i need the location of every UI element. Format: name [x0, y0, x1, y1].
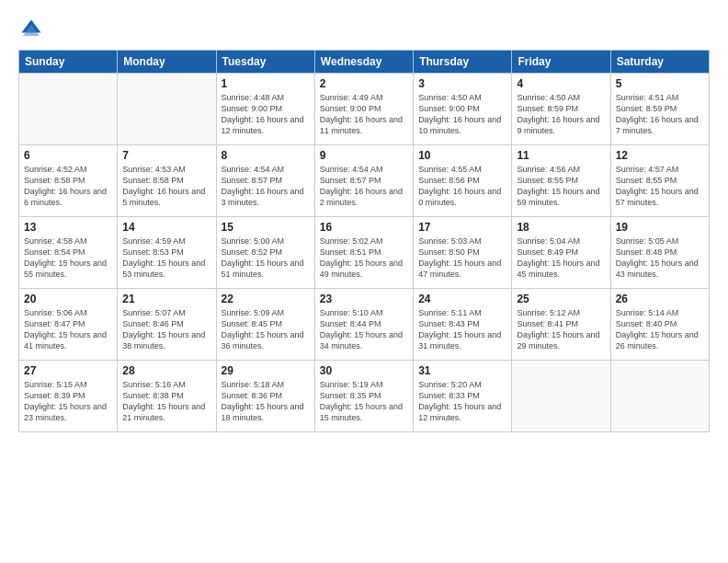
- day-number: 15: [222, 221, 310, 234]
- day-number: 14: [122, 221, 210, 234]
- calendar-week-row: 6Sunrise: 4:52 AM Sunset: 8:58 PM Daylig…: [19, 145, 710, 217]
- calendar-cell: 22Sunrise: 5:09 AM Sunset: 8:45 PM Dayli…: [216, 289, 314, 361]
- day-info: Sunrise: 4:55 AM Sunset: 8:56 PM Dayligh…: [418, 164, 506, 209]
- calendar-cell: 29Sunrise: 5:18 AM Sunset: 8:36 PM Dayli…: [216, 361, 314, 432]
- day-number: 26: [616, 293, 704, 305]
- calendar-cell: [19, 74, 118, 145]
- day-info: Sunrise: 4:52 AM Sunset: 8:58 PM Dayligh…: [24, 164, 112, 209]
- calendar-cell: 10Sunrise: 4:55 AM Sunset: 8:56 PM Dayli…: [414, 145, 512, 217]
- day-number: 30: [320, 364, 408, 377]
- calendar-cell: 16Sunrise: 5:02 AM Sunset: 8:51 PM Dayli…: [314, 217, 413, 289]
- calendar-week-row: 1Sunrise: 4:48 AM Sunset: 9:00 PM Daylig…: [19, 74, 710, 145]
- calendar-week-row: 27Sunrise: 5:15 AM Sunset: 8:39 PM Dayli…: [19, 361, 710, 432]
- weekday-header-thursday: Thursday: [414, 51, 512, 74]
- calendar-table: SundayMondayTuesdayWednesdayThursdayFrid…: [18, 50, 710, 432]
- day-info: Sunrise: 4:58 AM Sunset: 8:54 PM Dayligh…: [24, 236, 112, 281]
- page: SundayMondayTuesdayWednesdayThursdayFrid…: [0, 0, 728, 563]
- calendar-cell: 7Sunrise: 4:53 AM Sunset: 8:58 PM Daylig…: [118, 145, 216, 217]
- calendar-cell: 13Sunrise: 4:58 AM Sunset: 8:54 PM Dayli…: [19, 217, 118, 289]
- day-info: Sunrise: 4:56 AM Sunset: 8:55 PM Dayligh…: [517, 164, 605, 209]
- calendar-week-row: 20Sunrise: 5:06 AM Sunset: 8:47 PM Dayli…: [19, 289, 710, 361]
- day-info: Sunrise: 5:16 AM Sunset: 8:38 PM Dayligh…: [122, 379, 210, 424]
- day-number: 23: [320, 293, 408, 305]
- calendar-cell: 2Sunrise: 4:49 AM Sunset: 9:00 PM Daylig…: [314, 74, 413, 145]
- day-number: 1: [222, 77, 310, 90]
- weekday-header-monday: Monday: [118, 51, 216, 74]
- day-info: Sunrise: 4:59 AM Sunset: 8:53 PM Dayligh…: [122, 236, 210, 281]
- calendar-cell: 20Sunrise: 5:06 AM Sunset: 8:47 PM Dayli…: [19, 289, 118, 361]
- day-info: Sunrise: 5:19 AM Sunset: 8:35 PM Dayligh…: [320, 379, 408, 424]
- day-info: Sunrise: 4:57 AM Sunset: 8:55 PM Dayligh…: [616, 164, 704, 209]
- weekday-header-row: SundayMondayTuesdayWednesdayThursdayFrid…: [19, 51, 710, 74]
- day-info: Sunrise: 4:54 AM Sunset: 8:57 PM Dayligh…: [222, 164, 310, 209]
- weekday-header-wednesday: Wednesday: [314, 51, 413, 74]
- calendar-cell: 25Sunrise: 5:12 AM Sunset: 8:41 PM Dayli…: [512, 289, 610, 361]
- calendar-cell: 30Sunrise: 5:19 AM Sunset: 8:35 PM Dayli…: [314, 361, 413, 432]
- day-number: 12: [616, 149, 704, 162]
- calendar-cell: [610, 361, 709, 432]
- day-info: Sunrise: 5:18 AM Sunset: 8:36 PM Dayligh…: [222, 379, 310, 424]
- day-number: 25: [517, 293, 605, 305]
- weekday-header-friday: Friday: [512, 51, 610, 74]
- calendar-cell: 3Sunrise: 4:50 AM Sunset: 9:00 PM Daylig…: [414, 74, 512, 145]
- calendar-cell: 11Sunrise: 4:56 AM Sunset: 8:55 PM Dayli…: [512, 145, 610, 217]
- day-number: 28: [122, 364, 210, 377]
- day-info: Sunrise: 5:11 AM Sunset: 8:43 PM Dayligh…: [418, 307, 506, 352]
- day-number: 29: [222, 364, 310, 377]
- day-number: 2: [320, 77, 408, 90]
- calendar-cell: 27Sunrise: 5:15 AM Sunset: 8:39 PM Dayli…: [19, 361, 118, 432]
- calendar-cell: 18Sunrise: 5:04 AM Sunset: 8:49 PM Dayli…: [512, 217, 610, 289]
- day-number: 18: [517, 221, 605, 234]
- day-number: 13: [24, 221, 112, 234]
- day-number: 19: [616, 221, 704, 234]
- day-info: Sunrise: 5:06 AM Sunset: 8:47 PM Dayligh…: [24, 307, 112, 352]
- day-number: 9: [320, 149, 408, 162]
- day-info: Sunrise: 5:20 AM Sunset: 8:33 PM Dayligh…: [418, 379, 506, 424]
- day-number: 27: [24, 364, 112, 377]
- logo: [18, 17, 48, 42]
- day-info: Sunrise: 5:02 AM Sunset: 8:51 PM Dayligh…: [320, 236, 408, 281]
- day-number: 31: [418, 364, 506, 377]
- day-number: 6: [24, 149, 112, 162]
- day-number: 7: [122, 149, 210, 162]
- calendar-cell: [512, 361, 610, 432]
- calendar-cell: 19Sunrise: 5:05 AM Sunset: 8:48 PM Dayli…: [610, 217, 709, 289]
- day-info: Sunrise: 4:50 AM Sunset: 8:59 PM Dayligh…: [517, 92, 605, 137]
- calendar-cell: 26Sunrise: 5:14 AM Sunset: 8:40 PM Dayli…: [610, 289, 709, 361]
- day-number: 4: [517, 77, 605, 90]
- day-info: Sunrise: 5:03 AM Sunset: 8:50 PM Dayligh…: [418, 236, 506, 281]
- calendar-cell: 1Sunrise: 4:48 AM Sunset: 9:00 PM Daylig…: [216, 74, 314, 145]
- calendar-cell: [118, 74, 216, 145]
- day-number: 8: [222, 149, 310, 162]
- day-info: Sunrise: 5:05 AM Sunset: 8:48 PM Dayligh…: [616, 236, 704, 281]
- calendar-cell: 5Sunrise: 4:51 AM Sunset: 8:59 PM Daylig…: [610, 74, 709, 145]
- calendar-cell: 8Sunrise: 4:54 AM Sunset: 8:57 PM Daylig…: [216, 145, 314, 217]
- day-info: Sunrise: 5:00 AM Sunset: 8:52 PM Dayligh…: [222, 236, 310, 281]
- calendar-cell: 17Sunrise: 5:03 AM Sunset: 8:50 PM Dayli…: [414, 217, 512, 289]
- calendar-cell: 15Sunrise: 5:00 AM Sunset: 8:52 PM Dayli…: [216, 217, 314, 289]
- weekday-header-sunday: Sunday: [19, 51, 118, 74]
- day-number: 10: [418, 149, 506, 162]
- day-info: Sunrise: 4:48 AM Sunset: 9:00 PM Dayligh…: [222, 92, 310, 137]
- calendar-cell: 31Sunrise: 5:20 AM Sunset: 8:33 PM Dayli…: [414, 361, 512, 432]
- day-info: Sunrise: 5:04 AM Sunset: 8:49 PM Dayligh…: [517, 236, 605, 281]
- day-info: Sunrise: 4:53 AM Sunset: 8:58 PM Dayligh…: [122, 164, 210, 209]
- calendar-cell: 9Sunrise: 4:54 AM Sunset: 8:57 PM Daylig…: [314, 145, 413, 217]
- day-number: 20: [24, 293, 112, 305]
- day-info: Sunrise: 4:51 AM Sunset: 8:59 PM Dayligh…: [616, 92, 704, 137]
- weekday-header-saturday: Saturday: [610, 51, 709, 74]
- day-number: 24: [418, 293, 506, 305]
- day-info: Sunrise: 4:49 AM Sunset: 9:00 PM Dayligh…: [320, 92, 408, 137]
- day-info: Sunrise: 4:50 AM Sunset: 9:00 PM Dayligh…: [418, 92, 506, 137]
- day-info: Sunrise: 5:09 AM Sunset: 8:45 PM Dayligh…: [222, 307, 310, 352]
- day-number: 21: [122, 293, 210, 305]
- calendar-cell: 4Sunrise: 4:50 AM Sunset: 8:59 PM Daylig…: [512, 74, 610, 145]
- calendar-cell: 28Sunrise: 5:16 AM Sunset: 8:38 PM Dayli…: [118, 361, 216, 432]
- day-number: 22: [222, 293, 310, 305]
- logo-icon: [18, 17, 44, 42]
- day-info: Sunrise: 4:54 AM Sunset: 8:57 PM Dayligh…: [320, 164, 408, 209]
- header: [18, 17, 710, 42]
- day-number: 16: [320, 221, 408, 234]
- calendar-cell: 24Sunrise: 5:11 AM Sunset: 8:43 PM Dayli…: [414, 289, 512, 361]
- day-info: Sunrise: 5:12 AM Sunset: 8:41 PM Dayligh…: [517, 307, 605, 352]
